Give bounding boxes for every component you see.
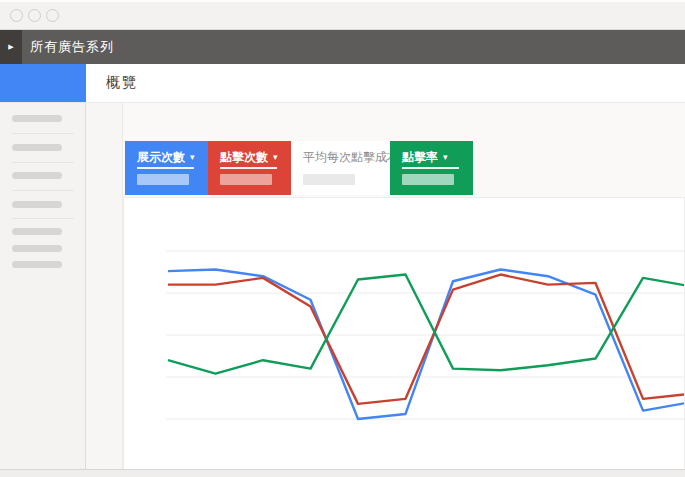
card-active-underline: [402, 167, 459, 169]
sidebar-item-placeholder[interactable]: [12, 245, 62, 252]
sidebar-item-placeholder[interactable]: [12, 172, 62, 179]
window-titlebar: [0, 0, 685, 30]
sidebar-nav: [0, 103, 86, 470]
sidebar-divider: [12, 162, 74, 163]
sidebar-item-placeholder[interactable]: [12, 261, 62, 268]
card-active-underline: [137, 167, 194, 169]
metric-card-label: 平均每次點擊成本: [303, 149, 399, 166]
app-window: ▶ 所有廣告系列 概覽 展示次數 ▾: [0, 0, 685, 477]
metric-card-ctr[interactable]: 點擊率 ▾: [390, 141, 473, 195]
sidebar-item-placeholder[interactable]: [12, 201, 62, 208]
metric-card-clicks[interactable]: 點擊次數 ▾: [208, 141, 291, 195]
chart-series-line: [168, 269, 684, 419]
metric-value-placeholder: [303, 174, 355, 185]
sidebar-divider: [12, 133, 74, 134]
metric-card-label: 點擊率: [402, 149, 438, 166]
metric-cards-row: 展示次數 ▾ 點擊次數 ▾ 平均每次點擊成本: [125, 141, 473, 195]
metric-card-impressions[interactable]: 展示次數 ▾: [125, 141, 208, 195]
metric-card-avg-cpc[interactable]: 平均每次點擊成本 ▾: [291, 141, 390, 195]
card-active-underline: [220, 167, 277, 169]
expand-sidebar-button[interactable]: ▶: [0, 30, 22, 64]
sidebar-divider: [12, 218, 74, 219]
overview-chart-card: [123, 197, 685, 470]
sidebar-item-placeholder[interactable]: [12, 144, 62, 151]
campaigns-appbar: ▶ 所有廣告系列: [0, 30, 685, 64]
window-control-icon[interactable]: [28, 9, 41, 22]
metric-value-placeholder: [137, 174, 189, 185]
main-content: 展示次數 ▾ 點擊次數 ▾ 平均每次點擊成本: [123, 103, 685, 470]
dropdown-caret-icon[interactable]: ▾: [190, 153, 195, 162]
sidebar-divider: [12, 190, 74, 191]
sidebar-selected-item[interactable]: [0, 64, 86, 102]
secondary-rail: [86, 103, 123, 470]
page-title: 概覽: [86, 64, 138, 102]
play-icon: ▶: [8, 43, 13, 51]
metric-value-placeholder: [220, 174, 272, 185]
sidebar-item-placeholder[interactable]: [12, 228, 62, 235]
header-band: 概覽: [0, 64, 685, 103]
body-row: 展示次數 ▾ 點擊次數 ▾ 平均每次點擊成本: [0, 103, 685, 470]
window-bottom-edge: [0, 469, 685, 477]
window-control-icon[interactable]: [10, 9, 23, 22]
sidebar-item-placeholder[interactable]: [12, 115, 62, 122]
overview-line-chart: [124, 198, 684, 469]
dropdown-caret-icon[interactable]: ▾: [443, 153, 448, 162]
appbar-title: 所有廣告系列: [22, 30, 114, 64]
metric-card-label: 展示次數: [137, 149, 185, 166]
metric-value-placeholder: [402, 174, 454, 185]
window-control-icon[interactable]: [46, 9, 59, 22]
metric-card-label: 點擊次數: [220, 149, 268, 166]
dropdown-caret-icon[interactable]: ▾: [273, 153, 278, 162]
